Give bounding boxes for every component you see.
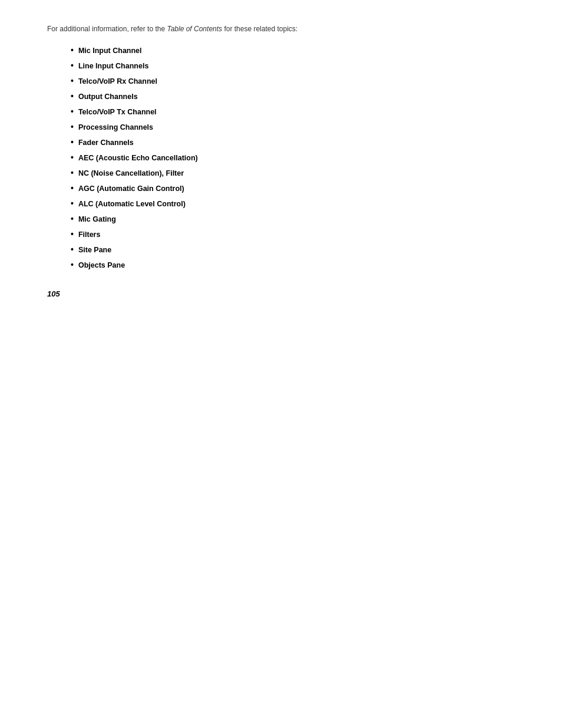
list-bullet: • xyxy=(71,245,74,253)
list-bullet: • xyxy=(71,230,74,238)
topic-label-processing-channels[interactable]: Processing Channels xyxy=(78,121,153,133)
topic-label-fader-channels[interactable]: Fader Channels xyxy=(78,137,134,149)
list-item[interactable]: •Fader Channels xyxy=(71,137,515,149)
list-item[interactable]: •AGC (Automatic Gain Control) xyxy=(71,183,515,195)
list-bullet: • xyxy=(71,215,74,223)
topic-label-objects-pane[interactable]: Objects Pane xyxy=(78,259,125,271)
list-bullet: • xyxy=(71,138,74,146)
list-item[interactable]: •Mic Input Channel xyxy=(71,45,515,57)
list-bullet: • xyxy=(71,107,74,116)
topic-label-alc[interactable]: ALC (Automatic Level Control) xyxy=(78,198,186,210)
list-item[interactable]: •Telco/VoIP Tx Channel xyxy=(71,106,515,118)
list-bullet: • xyxy=(71,92,74,100)
intro-before: For additional information, refer to the xyxy=(47,25,167,33)
list-item[interactable]: •Output Channels xyxy=(71,91,515,103)
list-bullet: • xyxy=(71,169,74,177)
list-bullet: • xyxy=(71,199,74,207)
table-of-contents-link[interactable]: Table of Contents xyxy=(167,25,222,33)
list-item[interactable]: •Mic Gating xyxy=(71,213,515,225)
list-item[interactable]: •Processing Channels xyxy=(71,121,515,133)
topic-label-agc[interactable]: AGC (Automatic Gain Control) xyxy=(78,183,184,195)
list-bullet: • xyxy=(71,46,74,54)
list-item[interactable]: •Line Input Channels xyxy=(71,60,515,72)
list-bullet: • xyxy=(71,123,74,131)
page-container: For additional information, refer to the… xyxy=(0,0,562,322)
topic-label-mic-gating[interactable]: Mic Gating xyxy=(78,213,116,225)
list-bullet: • xyxy=(71,61,74,70)
list-bullet: • xyxy=(71,77,74,85)
topic-label-site-pane[interactable]: Site Pane xyxy=(78,244,111,256)
list-bullet: • xyxy=(71,184,74,192)
topic-list: •Mic Input Channel•Line Input Channels•T… xyxy=(71,45,515,271)
list-item[interactable]: •Filters xyxy=(71,229,515,241)
list-bullet: • xyxy=(71,261,74,269)
list-bullet: • xyxy=(71,153,74,162)
topic-label-line-input-channels[interactable]: Line Input Channels xyxy=(78,60,148,72)
topic-label-output-channels[interactable]: Output Channels xyxy=(78,91,138,103)
intro-text: For additional information, refer to the… xyxy=(47,24,515,34)
list-item[interactable]: •AEC (Acoustic Echo Cancellation) xyxy=(71,152,515,164)
page-number: 105 xyxy=(47,289,60,298)
topic-label-telco-voip-tx-channel[interactable]: Telco/VoIP Tx Channel xyxy=(78,106,157,118)
list-item[interactable]: •ALC (Automatic Level Control) xyxy=(71,198,515,210)
topic-label-filters[interactable]: Filters xyxy=(78,229,101,241)
topic-label-mic-input-channel[interactable]: Mic Input Channel xyxy=(78,45,142,57)
topic-label-aec[interactable]: AEC (Acoustic Echo Cancellation) xyxy=(78,152,198,164)
topic-label-telco-voip-rx-channel[interactable]: Telco/VoIP Rx Channel xyxy=(78,75,157,87)
list-item[interactable]: •NC (Noise Cancellation), Filter xyxy=(71,167,515,179)
intro-after: for these related topics: xyxy=(222,25,297,33)
list-item[interactable]: •Objects Pane xyxy=(71,259,515,271)
list-item[interactable]: •Telco/VoIP Rx Channel xyxy=(71,75,515,87)
list-item[interactable]: •Site Pane xyxy=(71,244,515,256)
topic-label-nc-noise-cancellation[interactable]: NC (Noise Cancellation), Filter xyxy=(78,167,184,179)
